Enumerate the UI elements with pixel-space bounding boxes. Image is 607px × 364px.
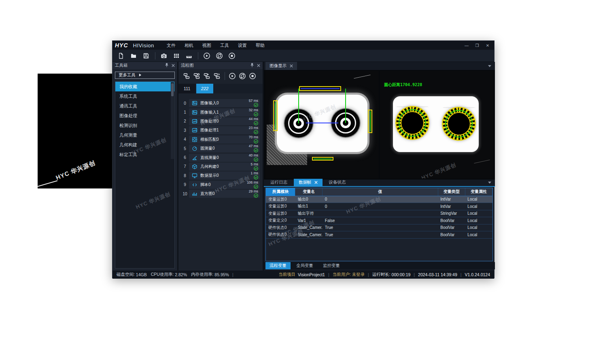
toolbox-item-0[interactable]: 我的收藏: [115, 82, 174, 91]
flow-new-button[interactable]: [183, 72, 191, 80]
flow-export-button[interactable]: [213, 72, 221, 80]
menu-item-3[interactable]: 工具: [216, 42, 233, 49]
scrollbar-thumb[interactable]: [171, 83, 174, 96]
flow-open-button[interactable]: [193, 72, 201, 80]
save-button[interactable]: [141, 51, 151, 60]
calib-board-button[interactable]: [171, 51, 182, 60]
flow-step-模板匹配0[interactable]: 模板匹配070 ms: [189, 135, 260, 144]
flow-step-直线测量0[interactable]: 直线测量040 ms: [189, 154, 260, 162]
flow-step-图像处理1[interactable]: 图像处理123 ms: [189, 126, 260, 134]
data-tab-1[interactable]: 数据帧: [294, 179, 323, 186]
run-loop-button[interactable]: [238, 72, 246, 80]
pin-icon[interactable]: [165, 63, 169, 68]
close-icon[interactable]: [314, 180, 318, 185]
run-loop-button[interactable]: [214, 51, 225, 60]
open-file-button[interactable]: [128, 51, 139, 60]
flow-step-图像处理0[interactable]: 图像处理044 ms: [189, 117, 260, 125]
menu-item-2[interactable]: 视图: [199, 42, 215, 49]
data-tab-0[interactable]: 运行日志: [265, 179, 292, 186]
flow-tab-222[interactable]: 222: [196, 84, 213, 93]
camera1-viewport[interactable]: HYC 华兴源创: [265, 71, 379, 178]
stop-button[interactable]: [227, 51, 237, 60]
close-icon[interactable]: [290, 63, 293, 68]
step-index: 6: [181, 155, 189, 160]
run-button[interactable]: [228, 72, 236, 80]
flow-step-脚本0[interactable]: 脚本0106 ms: [189, 181, 260, 189]
table-cell: State_Camer...: [295, 231, 323, 239]
table-cell: [323, 210, 438, 217]
toolbox-item-6[interactable]: 几何构建: [115, 140, 174, 150]
table-row[interactable]: 变量运算0输出字符StringVarLocal: [266, 210, 492, 217]
disk-label: 磁盘空间:: [117, 272, 135, 277]
toolbox-item-4[interactable]: 检测识别: [115, 121, 174, 130]
minimize-button[interactable]: —: [463, 42, 471, 48]
column-header-0[interactable]: 所属模块: [266, 188, 295, 196]
data-tab-bar: 运行日志数据帧设备状态: [264, 180, 495, 187]
flow-step-图像输入1[interactable]: 图像输入132 ms: [189, 108, 260, 116]
tab-image-display[interactable]: 图像显示: [265, 62, 297, 70]
table-cell: 输出字符: [295, 210, 323, 217]
flow-step-几何构建0[interactable]: 几何构建05 ms: [189, 163, 260, 171]
column-header-3[interactable]: 变量类型: [438, 188, 465, 196]
check-icon: [254, 193, 258, 198]
more-tools-button[interactable]: 更多工具: [115, 72, 175, 79]
toolbox-item-7[interactable]: 标定工具: [115, 150, 174, 159]
menu-item-4[interactable]: 设置: [234, 42, 250, 49]
table-row[interactable]: 变量运算0输出10IntVarLocal: [266, 203, 492, 210]
toolbox-item-1[interactable]: 系统工具: [115, 91, 174, 101]
table-row[interactable]: 硬件状态0State_Camer...TrueBoolVarLocal: [266, 224, 492, 231]
table-cell: StringVar: [438, 210, 465, 217]
menu-item-5[interactable]: 帮助: [252, 42, 268, 49]
table-row[interactable]: 变量定义0Var1FalseBoolVarLocal: [266, 217, 492, 224]
scope-tab-0[interactable]: 流程变量: [265, 262, 291, 269]
toolbox-item-2[interactable]: 通讯工具: [115, 101, 174, 111]
chevron-down-icon[interactable]: [488, 62, 492, 70]
flow-step-row: 2图像处理044 ms: [178, 117, 263, 126]
table-cell: True: [323, 231, 438, 239]
measure-button[interactable]: [184, 51, 194, 60]
camera2-viewport[interactable]: 圆心距离1704.9228 HYC 华兴源创: [380, 71, 493, 178]
column-header-4[interactable]: 变量属性: [465, 188, 492, 196]
camera-button[interactable]: [159, 51, 169, 60]
flow-step-数据显示0[interactable]: 数据显示01 ms: [189, 171, 260, 180]
column-header-1[interactable]: 变量名: [295, 188, 323, 196]
close-icon[interactable]: [257, 63, 260, 68]
roi-rect-bottom: [312, 157, 333, 161]
table-cell: IntVar: [438, 203, 465, 210]
close-icon[interactable]: [172, 63, 175, 68]
check-icon: [254, 184, 258, 189]
data-tab-2[interactable]: 设备状态: [324, 179, 351, 186]
flow-save-button[interactable]: [203, 72, 211, 80]
toolbox-item-5[interactable]: 几何测量: [115, 130, 174, 140]
run-button[interactable]: [202, 51, 212, 60]
stop-button[interactable]: [248, 72, 257, 80]
menu-item-0[interactable]: 文件: [163, 42, 179, 49]
pin-icon[interactable]: [250, 63, 254, 68]
toolbox-item-3[interactable]: 图像处理: [115, 111, 174, 121]
maximize-button[interactable]: ❐: [473, 42, 481, 48]
chevron-down-icon[interactable]: [488, 179, 492, 186]
flow-step-圆测量0[interactable]: 圆测量047 ms: [189, 144, 260, 152]
flow-tab-111[interactable]: 111: [178, 84, 195, 93]
step-status: 32 ms: [249, 108, 258, 116]
menu-item-1[interactable]: 相机: [181, 42, 197, 49]
step-label: 模板匹配0: [200, 137, 219, 142]
tab-label: 运行日志: [270, 180, 287, 185]
background-panel: HYC 华兴源创: [38, 74, 112, 188]
scope-tab-2[interactable]: 监控变量: [319, 262, 344, 269]
table-row[interactable]: 变量运算0输出00IntVarLocal: [266, 196, 492, 203]
step-time: 44 ms: [249, 117, 258, 121]
flow-step-图像输入0[interactable]: 图像输入057 ms: [189, 99, 260, 107]
close-button[interactable]: ✕: [484, 42, 492, 48]
flow-step-直方图0[interactable]: 直方图029 ms: [189, 190, 260, 198]
scrollbar[interactable]: [171, 82, 174, 159]
new-file-button[interactable]: [116, 51, 126, 60]
scope-tab-1[interactable]: 全局变量: [292, 262, 317, 269]
tab-label: 设备状态: [329, 180, 346, 185]
table-row[interactable]: 硬件状态0State_Camer...TrueBoolVarLocal: [266, 231, 492, 239]
main-toolbar: [112, 50, 494, 62]
column-header-2[interactable]: 值: [323, 188, 438, 196]
table-cell: 变量运算0: [266, 196, 295, 203]
table-cell: 变量运算0: [266, 210, 295, 217]
check-icon: [254, 112, 258, 116]
